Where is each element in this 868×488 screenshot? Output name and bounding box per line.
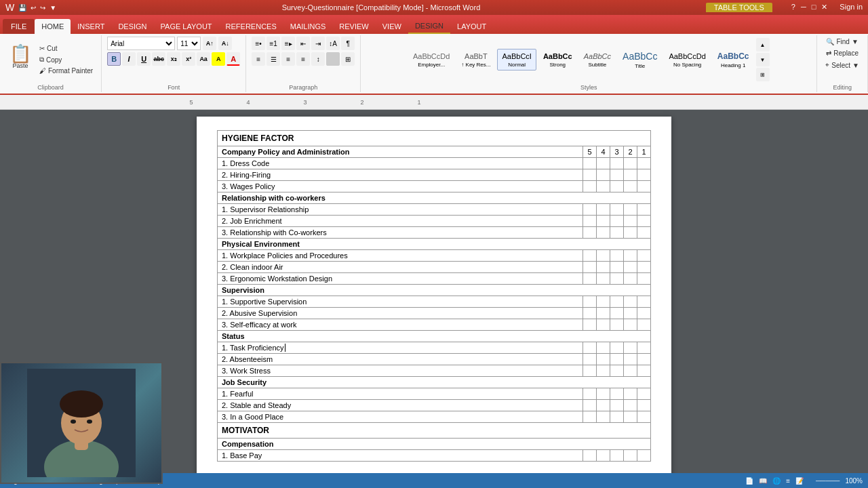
find-button[interactable]: 🔍 Find ▼ <box>823 37 861 47</box>
shading-button[interactable] <box>326 52 340 66</box>
item-work-stress: 3. Work Stress <box>218 365 583 377</box>
rating-cell <box>610 181 624 192</box>
replace-button[interactable]: ⇄ Replace <box>823 48 861 58</box>
strikethrough-button[interactable]: abc <box>152 52 165 66</box>
font-name-select[interactable]: Arial <box>107 37 175 50</box>
select-icon: ⌖ <box>825 61 829 69</box>
view-normal-icon[interactable]: 📄 <box>745 477 753 485</box>
rating-cell <box>597 365 610 377</box>
tab-design-table[interactable]: DESIGN <box>408 19 450 34</box>
align-center-button[interactable]: ☰ <box>267 52 280 66</box>
style-employer[interactable]: AaBbCcDd Employer... <box>408 49 454 70</box>
item-base-pay: 1. Base Pay <box>218 450 583 462</box>
rating-cell <box>583 216 597 227</box>
style-strong-label: Strong <box>550 62 566 68</box>
bold-button[interactable]: B <box>107 52 121 66</box>
company-policy-header: Company Policy and Administration <box>218 146 583 158</box>
subscript-button[interactable]: x₂ <box>167 52 180 66</box>
style-normal-preview: AaBbCcI <box>502 52 531 62</box>
numbering-button[interactable]: ≡1 <box>267 37 280 50</box>
font-controls: Arial 11 A↑ A↓ B I U abc x₂ x² Aa A A <box>107 37 240 83</box>
compensation-header: Compensation <box>218 439 651 450</box>
style-keyres[interactable]: AaBbT ↑ Key Res... <box>456 49 495 70</box>
shrink-font-button[interactable]: A↓ <box>218 37 232 50</box>
styles-scroll-down[interactable]: ▼ <box>756 53 770 66</box>
borders-button[interactable]: ⊞ <box>341 52 355 66</box>
view-draft-icon[interactable]: 📝 <box>795 477 804 485</box>
justify-button[interactable]: ≡ <box>296 52 310 66</box>
section-header-row: Compensation <box>218 439 651 450</box>
align-right-button[interactable]: ≡ <box>281 52 295 66</box>
font-color-button[interactable]: A <box>226 52 240 66</box>
tab-mailings[interactable]: MAILINGS <box>283 19 333 34</box>
document-page[interactable]: HYGIENE FACTOR Company Policy and Admini… <box>197 117 671 488</box>
decrease-indent-button[interactable]: ⇤ <box>296 37 310 50</box>
rating-cell <box>624 388 637 400</box>
style-subtitle[interactable]: AaBbCc Subtitle <box>579 49 616 70</box>
multilevel-list-button[interactable]: ≡▸ <box>281 37 295 50</box>
style-keyres-preview: AaBbT <box>465 52 488 62</box>
tab-design[interactable]: DESIGN <box>111 19 153 34</box>
text-highlight-button[interactable]: A <box>212 52 225 66</box>
style-normal[interactable]: AaBbCcI Normal <box>497 49 536 70</box>
format-painter-label: Format Painter <box>48 67 93 75</box>
copy-button[interactable]: ⧉ Copy <box>37 54 96 65</box>
table-row: 1. Base Pay <box>218 450 651 462</box>
font-size-select[interactable]: 11 <box>177 37 201 50</box>
zoom-level: 100% <box>845 477 863 485</box>
select-button[interactable]: ⌖ Select ▼ <box>823 60 862 70</box>
rating-cell <box>624 296 637 308</box>
tab-page-layout[interactable]: PAGE LAYOUT <box>154 19 219 34</box>
tab-references[interactable]: REFERENCES <box>219 19 283 34</box>
show-formatting-button[interactable]: ¶ <box>341 37 355 50</box>
superscript-button[interactable]: x² <box>182 52 195 66</box>
style-title[interactable]: AaBbCc Title <box>618 47 662 73</box>
rating-cell <box>624 354 637 365</box>
style-no-spacing[interactable]: AaBbCcDd No Spacing <box>664 49 710 70</box>
view-reading-icon[interactable]: 📖 <box>759 477 767 485</box>
tab-file[interactable]: FILE <box>3 19 35 34</box>
compensation-text: Compensation <box>222 440 273 448</box>
style-heading1[interactable]: AaBbCc Heading 1 <box>713 48 754 71</box>
tab-review[interactable]: REVIEW <box>332 19 375 34</box>
view-outline-icon[interactable]: ≡ <box>786 477 790 485</box>
line-spacing-button[interactable]: ↕ <box>311 52 325 66</box>
align-left-button[interactable]: ≡ <box>252 52 265 66</box>
table-row: 3. Ergonomic Workstation Design <box>218 273 651 285</box>
rating-cell <box>583 273 597 285</box>
supervision-header: Supervision <box>218 285 651 296</box>
sort-button[interactable]: ↕A <box>326 37 340 50</box>
underline-button[interactable]: U <box>137 52 151 66</box>
style-strong[interactable]: AaBbCc Strong <box>538 49 577 70</box>
change-case-button[interactable]: Aa <box>197 52 210 66</box>
view-web-icon[interactable]: 🌐 <box>772 477 781 485</box>
item-supportive: 1. Supportive Supervision <box>218 296 583 308</box>
cut-button[interactable]: ✂ Cut <box>37 43 96 54</box>
tab-view[interactable]: VIEW <box>376 19 408 34</box>
grow-font-button[interactable]: A↑ <box>203 37 216 50</box>
style-title-label: Title <box>635 63 645 69</box>
tab-bar: FILE HOME INSERT DESIGN PAGE LAYOUT REFE… <box>0 15 868 34</box>
title-bar-center: Survey-Questionnaire [Compatibility Mode… <box>56 3 706 12</box>
italic-button[interactable]: I <box>122 52 136 66</box>
find-label: Find <box>836 38 849 45</box>
increase-indent-button[interactable]: ⇥ <box>311 37 325 50</box>
bullets-button[interactable]: ≡• <box>252 37 265 50</box>
ruler: 5 4 3 2 1 <box>0 95 868 110</box>
title-bar: W 💾 ↩ ↪ ▼ Survey-Questionnaire [Compatib… <box>0 0 868 15</box>
style-heading1-label: Heading 1 <box>721 62 745 68</box>
tab-insert[interactable]: INSERT <box>71 19 111 34</box>
item-hiring-firing: 2. Hiring-Firing <box>218 169 583 181</box>
tab-home[interactable]: HOME <box>35 19 71 34</box>
ruler-3: 3 <box>277 99 334 106</box>
paste-button[interactable]: 📋 Paste <box>5 43 35 76</box>
styles-expand[interactable]: ⊞ <box>756 68 770 81</box>
format-painter-button[interactable]: 🖌 Format Painter <box>37 66 96 76</box>
paste-label: Paste <box>12 62 28 69</box>
tab-layout[interactable]: LAYOUT <box>450 19 493 34</box>
rating-cell <box>637 411 651 423</box>
rating-cell <box>597 296 610 308</box>
rating-cell <box>637 308 651 319</box>
rating-cell <box>583 158 597 169</box>
styles-scroll-up[interactable]: ▲ <box>756 38 770 52</box>
